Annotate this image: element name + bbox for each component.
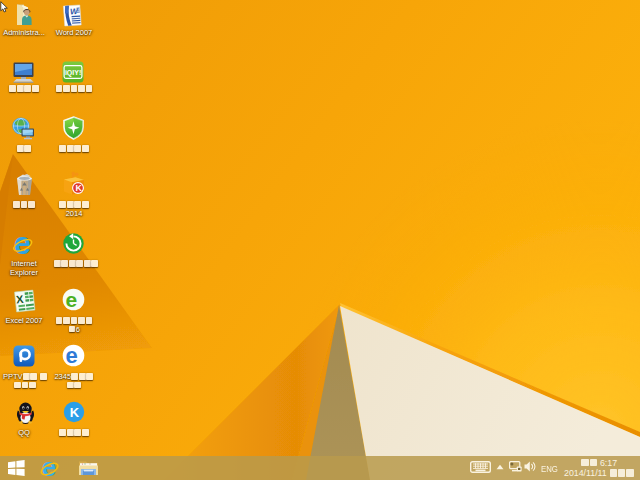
svg-text:K: K bbox=[75, 183, 82, 193]
svg-text:e: e bbox=[65, 344, 77, 367]
svg-text:iQIY!: iQIY! bbox=[65, 69, 81, 77]
svg-text:e: e bbox=[66, 288, 78, 311]
svg-text:K: K bbox=[70, 405, 80, 420]
